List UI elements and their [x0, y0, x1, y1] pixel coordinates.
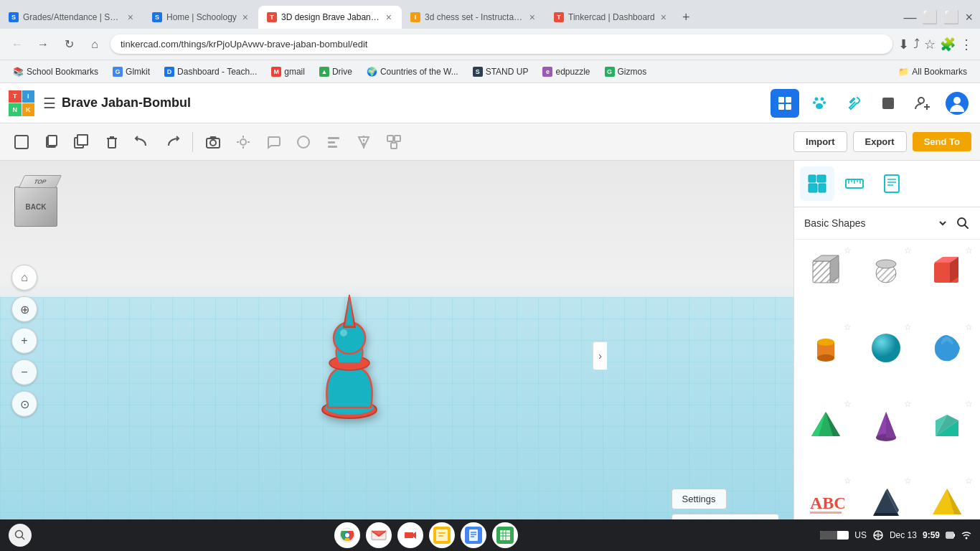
new-button[interactable] [9, 129, 34, 155]
shape-box-striped[interactable]: ☆ [797, 242, 854, 300]
tab-tinkercad-design[interactable]: T 3D design Brave Jaban-Bom... × [258, 6, 402, 29]
tab-grades[interactable]: S Grades/Attendance | Schoolo... × [0, 6, 143, 29]
shape-fav-9[interactable]: ☆ [965, 399, 973, 409]
zoom-in-button[interactable]: + [11, 328, 37, 354]
grid-view-button[interactable] [771, 89, 799, 118]
export-button[interactable]: Export [853, 131, 907, 152]
shape-cone-purple[interactable]: ☆ [857, 396, 915, 453]
import-button[interactable]: Import [793, 131, 847, 152]
panel-grid-button[interactable] [800, 166, 834, 201]
tab-schoology[interactable]: S Home | Schoology × [143, 6, 258, 29]
undo-button[interactable] [129, 129, 155, 155]
nav-cube[interactable]: BACK TOP [14, 175, 72, 232]
taskbar-slides[interactable] [429, 522, 455, 548]
zoom-home-button[interactable]: ⌂ [11, 265, 37, 291]
shape-cylinder-striped[interactable]: ☆ [857, 242, 915, 300]
delete-button[interactable] [99, 129, 125, 155]
bookmark-edpuzzle[interactable]: e edpuzzle [537, 65, 595, 78]
orbit-button[interactable]: ⊙ [11, 391, 37, 417]
panel-collapse-arrow[interactable]: › [593, 342, 607, 370]
light-button[interactable] [230, 129, 256, 155]
home-button[interactable]: ⌂ [85, 34, 105, 55]
panel-ruler-button[interactable] [837, 166, 872, 201]
duplicate-button[interactable] [69, 129, 95, 155]
bookmark-icon[interactable]: ☆ [924, 37, 936, 52]
align-button[interactable] [321, 129, 347, 155]
shape-fav-3[interactable]: ☆ [965, 245, 973, 255]
hamburger-menu[interactable]: ☰ [43, 95, 56, 112]
shape-box-red[interactable]: ☆ [918, 242, 976, 300]
shape-fav-6[interactable]: ☆ [965, 322, 973, 332]
shape-fav-4[interactable]: ☆ [844, 322, 852, 332]
bookmark-drive[interactable]: ▲ Drive [314, 65, 358, 78]
tab-close-design[interactable]: × [385, 10, 393, 24]
send-to-button[interactable]: Send To [913, 132, 971, 151]
flip-button[interactable] [351, 129, 377, 155]
close-icon[interactable]: × [965, 10, 973, 25]
all-bookmarks[interactable]: 📁 All Bookmarks [892, 65, 973, 78]
tab-close-schoology[interactable]: × [241, 10, 250, 24]
camera-button[interactable] [200, 129, 226, 155]
bookmark-gmail[interactable]: M gmail [265, 65, 311, 78]
taskbar-search[interactable] [9, 524, 32, 547]
download-icon[interactable]: ⬇ [898, 37, 909, 52]
taskbar-docs[interactable] [461, 522, 486, 548]
taskbar-meet[interactable] [397, 522, 423, 548]
redo-button[interactable] [159, 129, 185, 155]
bookmark-standup[interactable]: S STAND UP [467, 65, 534, 78]
shape-fav-1[interactable]: ☆ [844, 245, 852, 255]
url-input[interactable] [110, 34, 892, 54]
shape-fav-7[interactable]: ☆ [844, 399, 852, 409]
tab-tinkercad-dash[interactable]: T Tinkercad | Dashboard × [545, 6, 677, 29]
shape-fav-11[interactable]: ☆ [904, 476, 912, 486]
shape-fav-2[interactable]: ☆ [904, 245, 912, 255]
restore-icon[interactable]: ⬜ [922, 9, 938, 25]
taskbar-chrome[interactable] [334, 522, 360, 548]
share-icon[interactable]: ⤴ [913, 37, 920, 52]
3d-viewport[interactable]: BACK TOP ⌂ ⊕ + − ⊙ [0, 161, 793, 551]
shape-fav-12[interactable]: ☆ [965, 476, 973, 486]
shape-category-dropdown[interactable]: Basic Shapes Letters Math [801, 217, 948, 230]
new-tab-button[interactable]: + [677, 7, 696, 28]
bookmark-glmkit[interactable]: G Glmkit [107, 65, 156, 78]
taskbar-gmail[interactable] [366, 522, 392, 548]
add-user-button[interactable] [908, 89, 937, 118]
tab-close-dash[interactable]: × [659, 10, 668, 24]
more-icon[interactable]: ⋮ [960, 37, 973, 52]
tab-close-instructables[interactable]: × [528, 10, 537, 24]
shape-pyramid-green[interactable]: ☆ [797, 396, 854, 453]
comment-button[interactable] [260, 129, 286, 155]
avatar-button[interactable] [943, 89, 971, 118]
bookmark-countries[interactable]: 🌍 Countries of the W... [361, 65, 464, 78]
tools-button[interactable] [839, 89, 868, 118]
tab-instructables[interactable]: I 3d chess set - Instructables × [402, 6, 545, 29]
copy-button[interactable] [39, 129, 65, 155]
group-button[interactable] [381, 129, 407, 155]
bookmark-school[interactable]: 📚 School Bookmarks [7, 65, 104, 78]
settings-button[interactable]: Settings [672, 489, 727, 509]
shape-organic-blue[interactable]: ☆ [918, 319, 976, 377]
shapes-button[interactable] [291, 129, 316, 155]
zoom-fit-button[interactable]: ⊕ [11, 296, 37, 322]
search-button[interactable] [953, 213, 973, 233]
panel-notes-button[interactable] [875, 166, 909, 201]
shape-wedge-teal[interactable]: ☆ [918, 396, 976, 453]
minimize-icon[interactable]: — [903, 10, 916, 25]
taskbar-sheets[interactable] [492, 522, 518, 548]
extensions-icon[interactable]: 🧩 [940, 37, 956, 52]
maximize-icon[interactable]: ⬜ [943, 9, 959, 25]
shape-fav-8[interactable]: ☆ [904, 399, 912, 409]
back-button[interactable]: ← [7, 34, 27, 55]
forward-button[interactable]: → [33, 34, 53, 55]
refresh-button[interactable]: ↻ [59, 34, 79, 55]
zoom-out-button[interactable]: − [11, 359, 37, 385]
cube-button[interactable] [874, 89, 903, 118]
bookmark-dashboard[interactable]: D Dashboard - Teach... [159, 65, 263, 78]
shape-fav-5[interactable]: ☆ [904, 322, 912, 332]
shape-cylinder-orange[interactable]: ☆ [797, 319, 854, 377]
shape-fav-10[interactable]: ☆ [844, 476, 852, 486]
paw-button[interactable] [805, 89, 834, 118]
tab-close-grades[interactable]: × [126, 10, 135, 24]
bookmark-gizmos[interactable]: G Gizmos [599, 65, 653, 78]
shape-sphere-teal[interactable]: ☆ [857, 319, 915, 377]
